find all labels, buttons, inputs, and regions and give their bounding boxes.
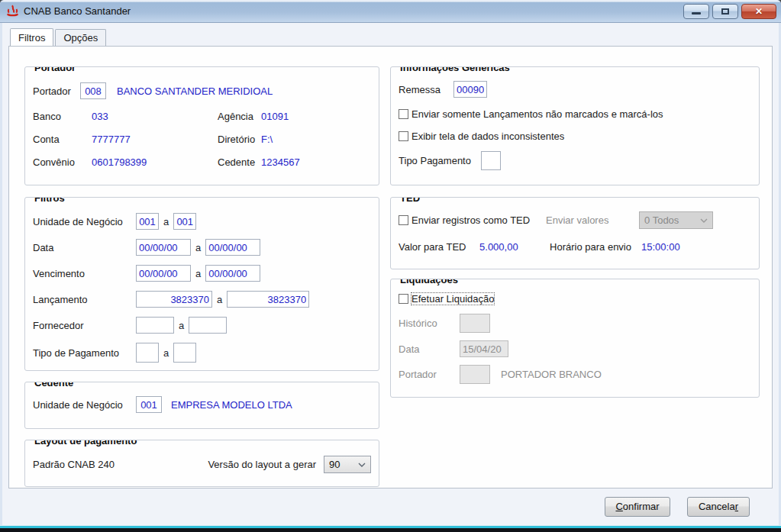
- cedente-label: Cedente: [218, 156, 261, 168]
- dialog-body: Filtros Opções Portador Portador BANCO S…: [0, 23, 781, 525]
- historico-input: [460, 314, 490, 333]
- range-separator: a: [163, 347, 169, 359]
- range-separator: a: [195, 268, 201, 279]
- enviar-somente-checkbox[interactable]: [399, 109, 408, 119]
- versao-layout-value: 90: [329, 459, 340, 470]
- range-separator: a: [195, 242, 201, 253]
- agencia-label: Agência: [218, 111, 261, 122]
- portador-name-value: BANCO SANTANDER MERIDIOAL: [117, 85, 273, 97]
- window-bottom-edge: [0, 525, 781, 532]
- convenio-label: Convênio: [33, 156, 92, 168]
- filtro-unidade-to-input[interactable]: [173, 213, 196, 230]
- cedente-unidade-input[interactable]: [136, 396, 162, 413]
- conta-label: Conta: [33, 134, 92, 145]
- group-informacoes-genericas: Informações Genéricas Remessa Enviar som…: [390, 66, 760, 185]
- tipo-pagamento-label: Tipo Pagamento: [399, 155, 481, 166]
- range-separator: a: [179, 320, 184, 331]
- efetuar-liquidacao-checkbox[interactable]: [399, 294, 408, 304]
- historico-label: Histórico: [399, 318, 460, 329]
- cedente-unidade-label: Unidade de Negócio: [33, 399, 136, 411]
- remessa-input[interactable]: [453, 81, 487, 98]
- chevron-down-icon: [700, 218, 708, 223]
- portador-code-input[interactable]: [80, 82, 106, 99]
- tab-filtros[interactable]: Filtros: [10, 28, 53, 46]
- group-informacoes-title: Informações Genéricas: [397, 66, 513, 73]
- confirmar-button[interactable]: Confirmar: [605, 497, 670, 517]
- enviar-valores-value: 0 Todos: [644, 214, 679, 226]
- efetuar-liquidacao-label[interactable]: Efetuar Liquidação: [411, 293, 494, 305]
- chevron-down-icon: [358, 463, 366, 467]
- filtro-fornecedor-label: Fornecedor: [33, 320, 136, 331]
- tabstrip: Filtros Opções: [8, 29, 773, 46]
- footer: Confirmar Cancelar: [8, 488, 773, 524]
- liquidacao-portador-label: Portador: [399, 369, 460, 380]
- filtro-tipo-pagamento-from-input[interactable]: [136, 343, 159, 363]
- horario-envio-label: Horário para envio: [550, 241, 641, 253]
- valor-ted-value: 5.000,00: [479, 241, 550, 253]
- filtro-vencimento-label: Vencimento: [33, 268, 136, 279]
- filtro-lancamento-to-input[interactable]: [227, 291, 309, 308]
- cedente-empresa-value: EMPRESA MODELO LTDA: [171, 399, 292, 411]
- restore-button[interactable]: [712, 4, 738, 19]
- diretorio-value: F:\: [261, 134, 273, 145]
- portador-label: Portador: [33, 85, 80, 97]
- enviar-ted-label[interactable]: Enviar registros como TED: [411, 214, 546, 226]
- tab-opcoes[interactable]: Opções: [55, 29, 106, 46]
- exibir-tela-checkbox[interactable]: [399, 131, 408, 141]
- horario-envio-value: 15:00:00: [641, 241, 680, 253]
- group-layout: Layout de pagamento Padrão CNAB 240 Vers…: [24, 440, 379, 487]
- enviar-ted-checkbox[interactable]: [399, 215, 408, 225]
- liquidacao-data-input: [460, 340, 508, 357]
- agencia-value: 01091: [261, 111, 289, 122]
- tabpage-filtros: Portador Portador BANCO SANTANDER MERIDI…: [8, 46, 773, 488]
- group-cedente-title: Cedente: [31, 382, 76, 389]
- tipo-pagamento-input[interactable]: [481, 151, 501, 170]
- group-cedente: Cedente Unidade de Negócio EMPRESA MODEL…: [24, 382, 379, 429]
- filtro-lancamento-from-input[interactable]: [136, 291, 212, 308]
- diretorio-label: Diretório: [218, 134, 261, 145]
- liquidacao-portador-input: [460, 365, 490, 384]
- dialog-window: CNAB Banco Santander ✕ Filtros Opções Po…: [0, 0, 781, 532]
- filtro-tipo-pagamento-label: Tipo de Pagamento: [33, 347, 136, 359]
- range-separator: a: [217, 294, 222, 305]
- cedente-value: 1234567: [261, 156, 300, 168]
- versao-layout-select[interactable]: 90: [324, 456, 371, 473]
- liquidacao-data-label: Data: [399, 343, 460, 355]
- filtro-unidade-from-input[interactable]: [136, 213, 159, 230]
- enviar-valores-label: Enviar valores: [546, 214, 639, 226]
- group-liquidacoes-title: Liquidações: [397, 279, 461, 285]
- filtro-tipo-pagamento-to-input[interactable]: [173, 343, 196, 363]
- filtro-lancamento-label: Lançamento: [33, 294, 136, 305]
- group-portador: Portador Portador BANCO SANTANDER MERIDI…: [24, 66, 379, 185]
- exibir-tela-label[interactable]: Exibir tela de dados inconsistentes: [411, 131, 564, 142]
- group-ted: TED Enviar registros como TED Enviar val…: [390, 197, 760, 269]
- filtro-vencimento-to-input[interactable]: [205, 265, 260, 282]
- santander-flame-icon: [6, 5, 19, 18]
- minimize-icon: [692, 12, 701, 15]
- filtro-fornecedor-to-input[interactable]: [189, 317, 227, 334]
- filtro-fornecedor-from-input[interactable]: [136, 317, 174, 334]
- filtro-data-to-input[interactable]: [205, 239, 260, 256]
- remessa-label: Remessa: [399, 84, 453, 95]
- titlebar[interactable]: CNAB Banco Santander ✕: [0, 0, 781, 23]
- liquidacao-portador-name: PORTADOR BRANCO: [501, 369, 602, 380]
- group-liquidacoes: Liquidações Efetuar Liquidação Histórico…: [390, 279, 760, 398]
- restore-icon: [721, 8, 729, 15]
- filtro-data-label: Data: [33, 242, 136, 253]
- group-ted-title: TED: [397, 197, 423, 204]
- valor-ted-label: Valor para TED: [399, 241, 479, 253]
- banco-label: Banco: [33, 111, 92, 122]
- minimize-button[interactable]: [683, 4, 709, 19]
- close-button[interactable]: ✕: [741, 4, 776, 19]
- filtro-unidade-label: Unidade de Negócio: [33, 216, 136, 227]
- conta-value: 7777777: [92, 134, 218, 145]
- banco-value: 033: [92, 111, 218, 122]
- cancelar-button[interactable]: Cancelar: [687, 497, 750, 517]
- filtro-vencimento-from-input[interactable]: [136, 265, 191, 282]
- versao-layout-label: Versão do layout a gerar: [208, 459, 316, 470]
- group-portador-title: Portador: [31, 66, 79, 73]
- group-layout-title: Layout de pagamento: [31, 440, 140, 447]
- padrao-cnab-label: Padrão CNAB 240: [33, 459, 208, 470]
- enviar-somente-label[interactable]: Enviar somente Lançamentos não marcados …: [411, 108, 663, 120]
- filtro-data-from-input[interactable]: [136, 239, 191, 256]
